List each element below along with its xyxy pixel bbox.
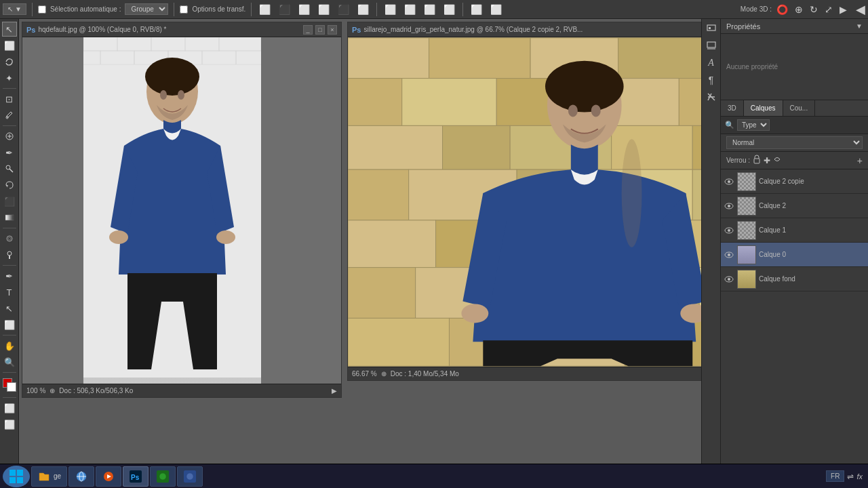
lock-artboard-btn[interactable] <box>773 155 781 165</box>
screen-mode-tool[interactable]: ⬜ <box>2 417 17 432</box>
mode-3d-icon3[interactable]: ↻ <box>808 3 820 16</box>
taskbar-item-app2[interactable] <box>177 466 203 487</box>
layer-item-4[interactable]: Calque fond <box>721 267 868 291</box>
magic-wand-tool[interactable]: ✦ <box>2 70 17 85</box>
dodge-tool[interactable] <box>2 247 17 262</box>
layer-vis-0[interactable] <box>724 176 734 187</box>
tab-3d[interactable]: 3D <box>721 100 744 116</box>
panel-icon-2[interactable] <box>704 39 719 54</box>
layer-vis-2[interactable] <box>724 225 734 236</box>
group-select[interactable]: Groupe <box>125 3 168 15</box>
taskbar-item-media[interactable] <box>96 466 121 487</box>
mode-3d-icon1[interactable]: ⭕ <box>774 3 790 16</box>
panel-icon-para[interactable]: ¶ <box>704 73 719 87</box>
calques-panel: 3D Calques Cou... 🔍 <box>720 100 868 464</box>
blur-tool[interactable] <box>2 231 17 246</box>
extra-btn-2[interactable]: ⬜ <box>488 3 504 16</box>
clone-tool[interactable] <box>2 161 17 176</box>
layer-vis-4[interactable] <box>724 274 734 285</box>
transform-checkbox[interactable] <box>180 5 188 14</box>
svg-rect-31 <box>618 38 701 79</box>
eraser-tool[interactable]: ⬛ <box>2 194 17 209</box>
svg-point-66 <box>568 104 578 117</box>
align-bottom-btn[interactable]: ⬜ <box>355 3 371 16</box>
history-brush-tool[interactable] <box>2 178 17 192</box>
mask-mode-tool[interactable]: ⬜ <box>2 401 17 415</box>
layer-vis-1[interactable] <box>724 201 734 211</box>
layer-vis-3[interactable] <box>724 249 734 260</box>
doc1-maximize-btn[interactable]: □ <box>315 25 325 35</box>
mode-3d-icon5[interactable]: ▶ <box>837 3 849 16</box>
eyedropper-tool[interactable] <box>2 108 17 123</box>
gradient-tool[interactable] <box>2 210 17 225</box>
distribute-h-btn[interactable]: ⬜ <box>382 3 398 16</box>
lock-pixels-btn[interactable] <box>753 155 761 166</box>
align-top-btn[interactable]: ⬜ <box>316 3 332 16</box>
notif-icon-2[interactable]: fx <box>856 472 863 481</box>
taskbar-item-browser[interactable] <box>68 466 94 487</box>
doc1-close-btn[interactable]: × <box>328 25 337 35</box>
panel-expand-btn[interactable]: ◀ <box>856 2 865 17</box>
color-swatch[interactable] <box>3 378 16 392</box>
healing-tool[interactable] <box>2 129 17 144</box>
mode-3d-label: Mode 3D : <box>741 5 772 13</box>
pen-tool[interactable]: ✒ <box>2 268 17 283</box>
layer-item-1[interactable]: Calque 2 <box>721 194 868 218</box>
layer-type-select[interactable]: Type <box>737 119 770 131</box>
tab-calques[interactable]: Calques <box>744 100 783 116</box>
align-center-h-btn[interactable]: ⬛ <box>277 3 292 16</box>
blend-mode-select[interactable]: Normal <box>726 136 863 149</box>
auto-select-checkbox[interactable] <box>38 5 46 14</box>
marquee-tool[interactable]: ⬜ <box>2 38 17 53</box>
photoshop-icon: Ps <box>129 470 142 483</box>
crop-tool[interactable]: ⊡ <box>2 92 17 106</box>
shape-tool[interactable]: ⬜ <box>2 317 17 332</box>
start-button[interactable] <box>3 466 30 487</box>
path-tool[interactable]: ↖ <box>2 301 17 316</box>
mode-3d-icon4[interactable]: ⤢ <box>823 3 835 16</box>
brush-tool[interactable]: ✒ <box>2 145 17 160</box>
hand-tool[interactable]: ✋ <box>2 338 17 353</box>
doc1-arrow[interactable]: ▶ <box>332 387 337 394</box>
zoom-tool[interactable]: 🔍 <box>2 354 17 369</box>
align-right-btn[interactable]: ⬜ <box>296 3 312 16</box>
svg-rect-3 <box>5 215 14 220</box>
align-center-v-btn[interactable]: ⬛ <box>336 3 351 16</box>
doc-window-2: Ps sillarejo_madrid_gris_perla_natur.jpg… <box>347 22 701 381</box>
distribute-3-btn[interactable]: ⬜ <box>422 3 437 16</box>
taskbar-item-photoshop[interactable]: Ps <box>123 466 149 487</box>
doc2-canvas-inner <box>348 37 701 367</box>
properties-collapse-btn[interactable]: ▼ <box>856 22 863 30</box>
notif-icon-1[interactable]: ⇌ <box>847 472 854 481</box>
panel-icon-text[interactable]: A <box>704 56 719 70</box>
tab-couches[interactable]: Cou... <box>783 100 816 116</box>
lock-all-btn[interactable]: + <box>857 155 863 166</box>
taskbar-item-files[interactable]: ge <box>31 466 67 487</box>
layer-item-2[interactable]: Calque 1 <box>721 218 868 243</box>
background-color[interactable] <box>7 382 16 392</box>
text-tool[interactable]: T <box>2 285 17 300</box>
extra-btn-1[interactable]: ⬜ <box>469 3 484 16</box>
distribute-4-btn[interactable]: ⬜ <box>441 3 457 16</box>
lock-move-btn[interactable]: ✚ <box>764 156 770 165</box>
move-tool[interactable]: ↖ <box>2 22 17 37</box>
layer-item-3[interactable]: Calque 0 <box>721 243 868 267</box>
layer-list: Calque 2 copie Calque 2 <box>721 169 868 464</box>
panel-icon-tools[interactable] <box>704 89 719 104</box>
distribute-v-btn[interactable]: ⬜ <box>402 3 418 16</box>
move-tool-btn[interactable]: ↖ ▼ <box>3 3 26 15</box>
layer-name-1: Calque 2 <box>759 202 865 209</box>
doc1-minimize-btn[interactable]: _ <box>303 25 313 35</box>
lang-btn[interactable]: FR <box>826 470 844 482</box>
right-side: A ¶ Propriétés ▼ Aucune <box>701 19 868 464</box>
align-left-btn[interactable]: ⬜ <box>257 3 273 16</box>
svg-point-25 <box>160 90 167 100</box>
layer-thumb-checker-1 <box>738 197 755 215</box>
layer-item-0[interactable]: Calque 2 copie <box>721 169 868 194</box>
taskbar-item-app1[interactable] <box>150 466 176 487</box>
mode-3d-icon2[interactable]: ⊕ <box>793 3 805 16</box>
doc2-zoom-icon[interactable]: ⊕ <box>381 370 387 378</box>
doc1-zoom-icon[interactable]: ⊕ <box>50 387 55 394</box>
panel-icon-1[interactable] <box>704 22 719 37</box>
lasso-tool[interactable] <box>2 54 17 69</box>
